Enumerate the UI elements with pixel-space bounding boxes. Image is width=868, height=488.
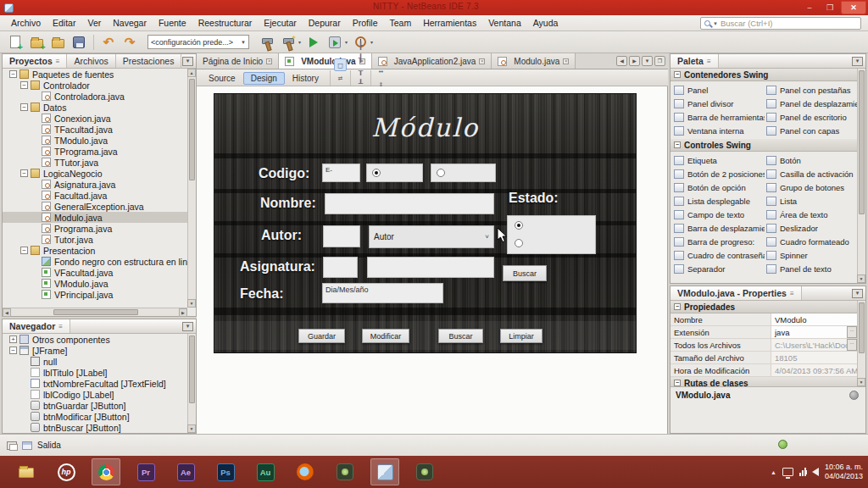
- project-tree-item[interactable]: TModulo.java: [3, 135, 187, 146]
- maximize-editor-icon[interactable]: ❒: [654, 56, 665, 66]
- menu-archivo[interactable]: Archivo: [5, 16, 47, 30]
- restore-window-icon[interactable]: [7, 441, 17, 450]
- property-row[interactable]: Hora de Modificación4/04/2013 09:37:56 A…: [670, 364, 857, 377]
- palette-item[interactable]: Área de texto: [765, 208, 857, 221]
- menu-ventana[interactable]: Ventana: [482, 16, 527, 30]
- fecha-field[interactable]: Dia/Mes/año: [322, 283, 443, 303]
- menu-navegar[interactable]: Navegar: [107, 16, 153, 30]
- project-tree-item[interactable]: Programa.java: [3, 223, 187, 234]
- project-tree-item[interactable]: −Controlador: [3, 80, 187, 91]
- netbeans-cube-icon[interactable]: [370, 458, 399, 485]
- estado-radio-unselected[interactable]: [515, 239, 523, 247]
- undo-icon[interactable]: ↶: [100, 34, 117, 51]
- palette-item[interactable]: Botón de 2 posiciones: [672, 167, 765, 180]
- property-value[interactable]: 4/04/2013 09:37:56 AM: [771, 364, 857, 376]
- minimize-button[interactable]: –: [800, 2, 819, 14]
- collapse-section-icon[interactable]: −: [674, 303, 681, 310]
- form-button-limpiar[interactable]: Limpiar: [500, 329, 542, 343]
- align-left-icon[interactable]: ┠: [354, 40, 367, 53]
- save-all-icon[interactable]: [70, 34, 87, 51]
- connection-mode-icon[interactable]: ⇄: [334, 71, 347, 84]
- jframe-form[interactable]: Módulo Codigo: E- Nombre: Estado: Autor:…: [214, 94, 636, 352]
- collapse-section-icon[interactable]: −: [674, 380, 681, 386]
- projects-hscrollbar[interactable]: ◀ ▶: [3, 308, 187, 316]
- hp-icon[interactable]: hp: [52, 458, 81, 485]
- palette-item[interactable]: Panel: [672, 83, 765, 97]
- project-tree-item[interactable]: GeneralException.java: [3, 201, 187, 212]
- navigator-vscrollbar[interactable]: ▼: [187, 334, 196, 433]
- project-tree-item[interactable]: Asignatura.java: [3, 179, 187, 190]
- property-row[interactable]: Tamaño del Archivo18105: [670, 352, 857, 364]
- new-file-icon[interactable]: [7, 34, 24, 51]
- minimize-panel-icon[interactable]: ▾: [852, 57, 863, 66]
- form-button-modificar[interactable]: Modificar: [362, 329, 409, 343]
- volume-icon[interactable]: [812, 468, 819, 476]
- panel-tab-archivos[interactable]: Archivos: [67, 54, 115, 68]
- navigator-item[interactable]: lblTitulo [JLabel]: [3, 367, 187, 378]
- menu-editar[interactable]: Editar: [47, 16, 81, 30]
- navigator-item[interactable]: btnModificar [JButton]: [3, 411, 187, 422]
- debug-icon[interactable]: [326, 34, 343, 51]
- search-input[interactable]: ▼ Buscar (Ctrl+I): [700, 17, 861, 30]
- project-tree-item[interactable]: Tutor.java: [3, 234, 187, 245]
- collapse-section-icon[interactable]: −: [674, 141, 681, 148]
- property-section-header[interactable]: −Propiedades: [670, 301, 857, 313]
- codigo-radio-unselected[interactable]: [437, 169, 445, 177]
- palette-item[interactable]: Spinner: [765, 248, 857, 262]
- run-icon[interactable]: [305, 34, 322, 51]
- palette-item[interactable]: Deslizador: [765, 221, 857, 235]
- project-tree-item[interactable]: Controladora.java: [3, 91, 187, 102]
- ellipsis-button[interactable]: ...: [847, 339, 857, 351]
- form-button-buscar[interactable]: Buscar: [438, 329, 483, 343]
- palette-item[interactable]: Grupo de botones: [765, 180, 857, 194]
- premiere-icon[interactable]: Pr: [131, 458, 160, 485]
- scroll-down-icon[interactable]: ▼: [857, 274, 865, 283]
- nombre-field[interactable]: [325, 193, 494, 214]
- navigator-item[interactable]: null: [3, 356, 187, 367]
- panel-tab-prestaciones[interactable]: Prestaciones: [116, 54, 182, 68]
- clean-build-icon[interactable]: ✦: [280, 34, 297, 51]
- asignatura-field[interactable]: [367, 257, 494, 278]
- scroll-tabs-right-icon[interactable]: ▶: [629, 56, 640, 66]
- photoshop-icon[interactable]: Ps: [211, 458, 240, 485]
- palette-item[interactable]: Panel con capas: [765, 124, 857, 137]
- palette-item[interactable]: Panel de desplazamiento: [765, 97, 857, 110]
- project-tree-item[interactable]: VFacultad.java: [3, 267, 187, 278]
- chrome-icon[interactable]: [92, 458, 120, 485]
- collapse-section-icon[interactable]: −: [674, 71, 681, 78]
- menu-depurar[interactable]: Depurar: [303, 16, 347, 30]
- close-tab-icon[interactable]: ×: [479, 58, 485, 64]
- build-icon[interactable]: [259, 34, 275, 51]
- palette-item[interactable]: Botón: [765, 153, 857, 167]
- scroll-down-icon[interactable]: ▼: [187, 424, 196, 433]
- expand-handle-icon[interactable]: −: [9, 347, 17, 354]
- maximize-button[interactable]: ❒: [821, 2, 839, 14]
- output-window-icon[interactable]: [22, 441, 32, 450]
- clock[interactable]: 10:06 a. m. 04/04/2013: [825, 463, 863, 482]
- audition-icon[interactable]: Au: [251, 458, 280, 485]
- palette-item[interactable]: Botón de opción: [672, 180, 765, 194]
- scroll-right-icon[interactable]: ▶: [179, 308, 187, 317]
- palette-item[interactable]: Panel divisor: [672, 97, 765, 110]
- redo-icon[interactable]: ↷: [121, 34, 138, 51]
- ellipsis-button[interactable]: ...: [847, 326, 857, 338]
- palette-item[interactable]: Etiqueta: [672, 153, 765, 167]
- scroll-left-icon[interactable]: ◀: [3, 308, 11, 317]
- expand-handle-icon[interactable]: −: [20, 247, 28, 254]
- property-value[interactable]: java: [771, 326, 847, 338]
- project-tree-item[interactable]: Conexion.java: [3, 113, 187, 124]
- palette-item[interactable]: Cuadro formateado: [765, 235, 857, 248]
- tab-list-icon[interactable]: ▼: [642, 56, 653, 66]
- palette-vscrollbar[interactable]: ▼: [857, 69, 865, 283]
- project-tree-item[interactable]: TTutor.java: [3, 157, 187, 168]
- projects-vscrollbar[interactable]: ▲ ▼: [187, 69, 196, 308]
- palette-item[interactable]: Barra de progreso:: [672, 235, 765, 248]
- codigo-radio-selected[interactable]: [372, 169, 381, 177]
- menu-ver[interactable]: Ver: [81, 16, 107, 30]
- selection-mode-icon[interactable]: □: [334, 58, 347, 71]
- firefox-icon[interactable]: [291, 458, 320, 485]
- align-right-icon[interactable]: ┨: [354, 53, 367, 65]
- network-icon[interactable]: [782, 468, 793, 476]
- output-label[interactable]: Salida: [37, 441, 61, 450]
- palette-item[interactable]: Lista desplegable: [672, 194, 765, 208]
